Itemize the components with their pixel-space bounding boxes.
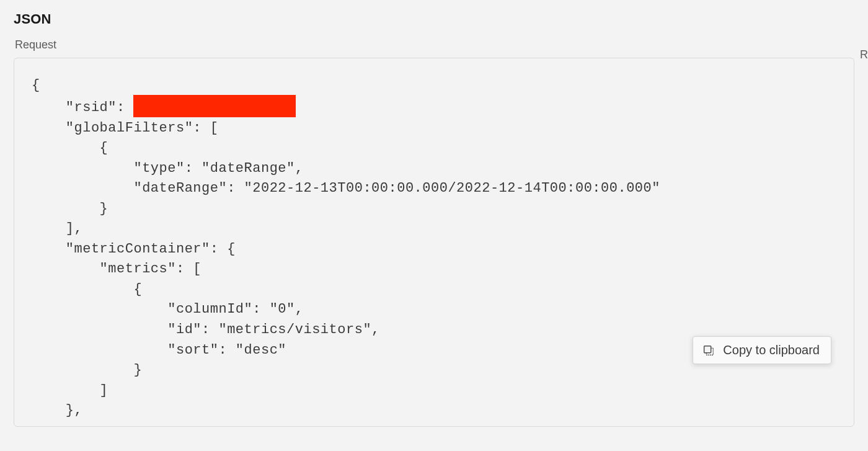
copy-to-clipboard-button[interactable]: Copy to clipboard	[693, 336, 831, 364]
json-code: { "rsid": "globalFilters": [ { "type": "…	[32, 76, 836, 421]
section-title: JSON	[14, 11, 854, 27]
code-line: "columnId": "0",	[32, 301, 303, 317]
code-line: ]	[32, 383, 108, 398]
code-line: "globalFilters": [	[32, 120, 218, 136]
copy-button-label: Copy to clipboard	[723, 343, 820, 357]
code-line: "metricContainer": {	[32, 241, 236, 257]
code-line: {	[32, 282, 142, 297]
code-line: },	[32, 403, 82, 418]
tab-right-edge: R	[860, 48, 868, 61]
code-panel: { "rsid": "globalFilters": [ { "type": "…	[14, 58, 854, 427]
code-line: }	[32, 201, 108, 217]
code-line: "rsid":	[32, 99, 133, 115]
code-line: }	[32, 362, 142, 378]
code-line: "sort": "desc"	[32, 342, 286, 358]
code-line: ],	[32, 221, 82, 236]
tab-request[interactable]: Request	[15, 38, 854, 51]
code-line: {	[32, 78, 40, 93]
code-line: {	[32, 140, 108, 156]
clipboard-icon	[702, 344, 715, 357]
redacted-value	[133, 95, 296, 117]
code-line: "id": "metrics/visitors",	[32, 322, 380, 337]
svg-rect-1	[704, 346, 711, 352]
code-line: "type": "dateRange",	[32, 161, 303, 176]
code-line: "metrics": [	[32, 261, 202, 277]
code-line: "dateRange": "2022-12-13T00:00:00.000/20…	[32, 181, 660, 196]
